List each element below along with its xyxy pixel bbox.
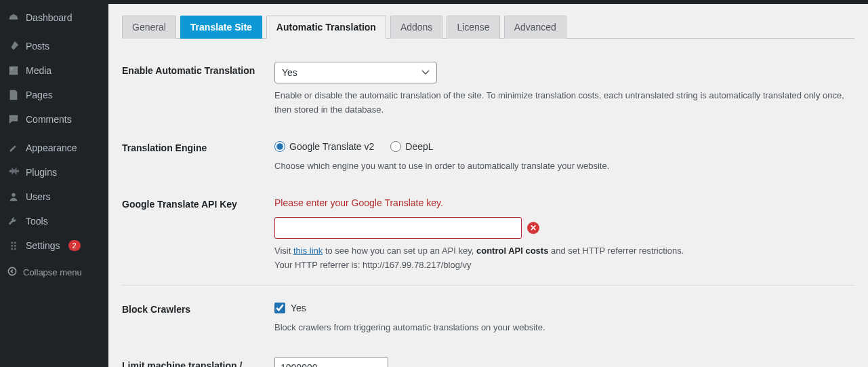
- sidebar-label: Comments: [26, 114, 72, 125]
- label-engine: Translation Engine: [122, 139, 274, 155]
- sidebar-label: Media: [26, 65, 51, 76]
- sidebar-label: Appearance: [26, 142, 77, 153]
- tab-addons[interactable]: Addons: [390, 16, 442, 39]
- desc-api-key: Visit this link to see how you can set u…: [274, 244, 854, 273]
- pin-icon: [7, 39, 20, 53]
- sidebar-item-posts[interactable]: Posts: [0, 34, 108, 58]
- sidebar-label: Pages: [26, 90, 53, 100]
- error-icon: ✕: [527, 222, 539, 234]
- brush-icon: [7, 141, 20, 155]
- wrench-icon: [7, 214, 20, 228]
- check-block-label: Yes: [291, 301, 306, 315]
- users-icon: [7, 190, 20, 204]
- checkbox-block-crawlers[interactable]: [274, 303, 285, 313]
- sidebar-label: Posts: [26, 41, 49, 52]
- radio-google-label: Google Translate v2: [289, 139, 374, 154]
- desc-enable: Enable or disable the automatic translat…: [274, 89, 854, 117]
- select-enable-auto-translation[interactable]: Yes: [274, 62, 437, 83]
- sidebar-item-settings[interactable]: Settings 2: [0, 233, 108, 258]
- tab-general[interactable]: General: [122, 16, 176, 39]
- dashboard-icon: [7, 11, 20, 24]
- radio-google-translate[interactable]: Google Translate v2: [274, 139, 374, 154]
- input-char-limit[interactable]: [274, 357, 388, 367]
- main-content: General Translate Site Automatic Transla…: [108, 0, 868, 367]
- row-enable-auto-translation: Enable Automatic Translation Yes Enable …: [122, 52, 854, 130]
- row-api-key: Google Translate API Key Please enter yo…: [122, 186, 854, 285]
- update-badge: 2: [68, 240, 81, 251]
- page-icon: [7, 88, 20, 102]
- radio-deepl-label: DeepL: [405, 139, 433, 154]
- label-api-key: Google Translate API Key: [122, 195, 274, 212]
- sidebar-label: Plugins: [26, 167, 57, 178]
- sidebar-item-dashboard[interactable]: Dashboard: [0, 5, 108, 30]
- api-key-error: Please enter your Google Translate key.: [274, 195, 854, 210]
- svg-point-1: [12, 193, 15, 197]
- admin-sidebar: Dashboard Posts Media Pages Comments App…: [0, 0, 108, 367]
- radio-deepl-input[interactable]: [390, 141, 401, 152]
- sidebar-label: Dashboard: [26, 12, 73, 23]
- desc-engine: Choose which engine you want to use in o…: [274, 159, 854, 174]
- desc-block-crawlers: Block crawlers from triggering automatic…: [274, 321, 854, 335]
- sidebar-item-pages[interactable]: Pages: [0, 83, 108, 107]
- label-limit: Limit machine translation / characters p…: [122, 357, 274, 367]
- sidebar-item-comments[interactable]: Comments: [0, 107, 108, 132]
- media-icon: [7, 64, 20, 77]
- radio-google-input[interactable]: [274, 141, 285, 152]
- settings-icon: [7, 239, 20, 252]
- sidebar-label: Tools: [26, 216, 48, 227]
- label-block-crawlers: Block Crawlers: [122, 301, 274, 317]
- sidebar-item-users[interactable]: Users: [0, 185, 108, 209]
- label-enable: Enable Automatic Translation: [122, 62, 274, 78]
- api-key-link[interactable]: this link: [293, 246, 323, 256]
- check-block-crawlers[interactable]: Yes: [274, 301, 854, 315]
- tab-automatic-translation[interactable]: Automatic Translation: [266, 16, 386, 39]
- settings-tabs: General Translate Site Automatic Transla…: [122, 15, 854, 39]
- referrer-text: Your HTTP referrer is: http://167.99.78.…: [274, 260, 472, 270]
- plugin-icon: [7, 166, 20, 179]
- tab-advanced[interactable]: Advanced: [504, 16, 566, 39]
- sidebar-item-media[interactable]: Media: [0, 58, 108, 83]
- tab-license[interactable]: License: [447, 16, 499, 39]
- collapse-icon: [7, 266, 18, 279]
- collapse-label: Collapse menu: [23, 267, 82, 277]
- row-translation-engine: Translation Engine Google Translate v2 D…: [122, 130, 854, 186]
- sidebar-item-appearance[interactable]: Appearance: [0, 136, 108, 160]
- comment-icon: [7, 113, 20, 126]
- collapse-menu[interactable]: Collapse menu: [0, 260, 108, 284]
- sidebar-label: Settings: [26, 240, 60, 251]
- sidebar-label: Users: [26, 191, 51, 202]
- row-limit: Limit machine translation / characters p…: [122, 347, 854, 367]
- tab-translate-site[interactable]: Translate Site: [180, 16, 262, 39]
- sidebar-item-tools[interactable]: Tools: [0, 209, 108, 233]
- radio-deepl[interactable]: DeepL: [390, 139, 433, 154]
- sidebar-item-plugins[interactable]: Plugins: [0, 160, 108, 185]
- row-block-crawlers: Block Crawlers Yes Block crawlers from t…: [122, 285, 854, 347]
- input-api-key[interactable]: [274, 217, 522, 239]
- svg-point-2: [8, 267, 16, 275]
